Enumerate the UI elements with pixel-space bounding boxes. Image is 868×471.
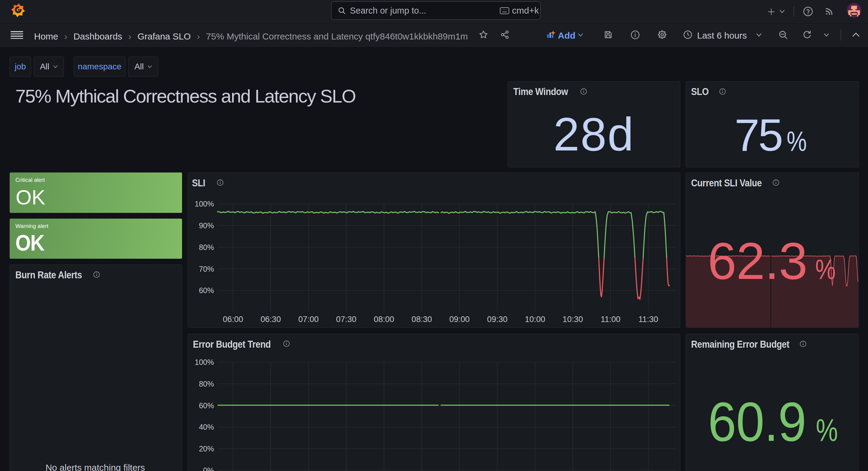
svg-text:70%: 70% [199,265,214,273]
svg-text:09:00: 09:00 [450,315,470,324]
svg-text:10:30: 10:30 [563,315,583,324]
svg-text:10:00: 10:00 [525,315,545,324]
svg-text:100%: 100% [195,200,214,208]
svg-text:06:30: 06:30 [261,315,281,324]
svg-text:06:00: 06:00 [223,315,243,324]
svg-text:60%: 60% [199,401,214,410]
svg-text:90%: 90% [199,221,214,230]
svg-text:100%: 100% [195,358,214,366]
svg-text:11:30: 11:30 [638,315,658,324]
svg-text:60%: 60% [199,286,214,295]
svg-text:80%: 80% [199,380,214,388]
svg-text:07:30: 07:30 [336,315,356,324]
svg-text:09:30: 09:30 [487,315,507,324]
svg-text:40%: 40% [199,423,214,431]
svg-text:11:00: 11:00 [601,315,621,324]
svg-text:0%: 0% [203,466,214,471]
svg-text:07:00: 07:00 [299,315,319,324]
svg-text:08:00: 08:00 [374,315,394,324]
svg-text:80%: 80% [199,243,214,252]
svg-text:20%: 20% [199,444,214,453]
svg-text:08:30: 08:30 [412,315,432,324]
